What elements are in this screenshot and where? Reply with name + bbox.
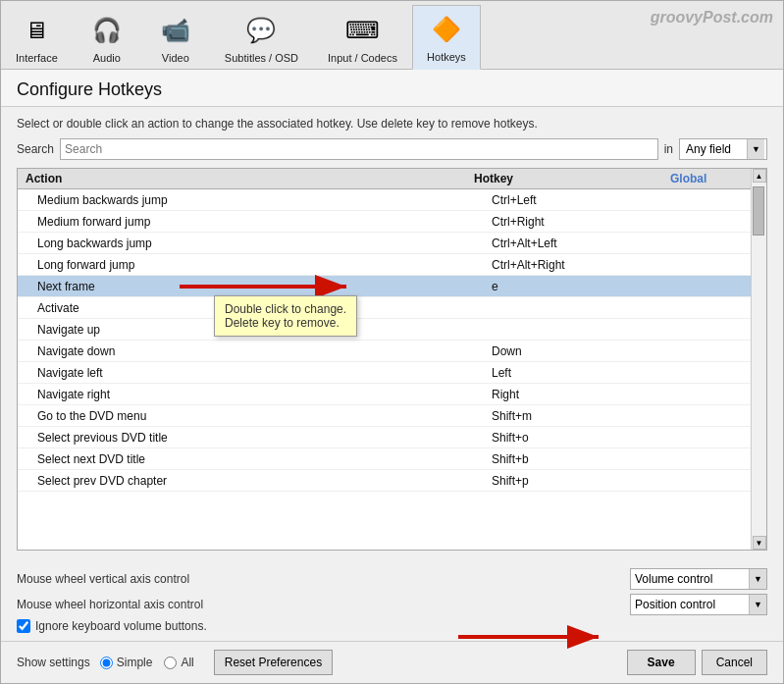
- col-global-header: Global: [670, 172, 749, 185]
- table-row[interactable]: Navigate up: [18, 319, 766, 341]
- mouse-horizontal-row: Mouse wheel horizontal axis control Posi…: [17, 594, 767, 615]
- chevron-down-icon: ▼: [749, 595, 766, 614]
- row-hotkey: Shift+m: [492, 409, 688, 423]
- field-dropdown-value: Any field: [682, 142, 747, 156]
- row-hotkey: Ctrl+Alt+Left: [492, 237, 688, 250]
- radio-all[interactable]: All: [164, 656, 193, 669]
- search-label: Search: [17, 142, 54, 156]
- tooltip-line2: Delete key to remove.: [225, 316, 346, 330]
- footer: Show settings Simple All Reset Preferenc…: [1, 641, 783, 683]
- row-action: Select next DVD title: [18, 452, 492, 466]
- input-icon: ⌨: [342, 11, 382, 50]
- scrollbar[interactable]: ▲ ▼: [751, 169, 766, 550]
- row-hotkey: Shift+p: [492, 474, 688, 488]
- tab-interface[interactable]: 🖥 Interface: [1, 6, 73, 70]
- in-label: in: [664, 142, 673, 156]
- table-body: Medium backwards jump Ctrl+Left Medium f…: [18, 189, 766, 545]
- chevron-down-icon: ▼: [747, 139, 764, 159]
- table-row[interactable]: Long forward jump Ctrl+Alt+Right: [18, 254, 766, 276]
- row-hotkey: e: [492, 280, 688, 293]
- mouse-horizontal-value: Position control: [631, 598, 749, 611]
- row-action: Long forward jump: [18, 258, 492, 272]
- main-window: 🖥 Interface 🎧 Audio 📹 Video 💬 Subtitles …: [0, 0, 784, 684]
- table-row[interactable]: Select previous DVD title Shift+o: [18, 427, 766, 448]
- save-button[interactable]: Save: [627, 650, 696, 675]
- table-row[interactable]: Medium forward jump Ctrl+Right: [18, 211, 766, 233]
- col-action-header: Action: [18, 172, 474, 185]
- description-text: Select or double click an action to chan…: [17, 117, 767, 131]
- row-action: Medium forward jump: [18, 215, 492, 229]
- hotkeys-icon: 🔶: [427, 10, 466, 49]
- cancel-button[interactable]: Cancel: [702, 650, 767, 675]
- video-icon: 📹: [156, 11, 195, 50]
- tab-input[interactable]: ⌨ Input / Codecs: [313, 6, 412, 70]
- keyboard-volume-label: Ignore keyboard volume buttons.: [35, 619, 207, 633]
- row-hotkey: Ctrl+Left: [492, 193, 688, 207]
- scroll-up-button[interactable]: ▲: [753, 169, 766, 183]
- tooltip-line1: Double click to change.: [225, 302, 346, 316]
- table-row[interactable]: Navigate down Down: [18, 341, 766, 362]
- row-hotkey: Ctrl+Alt+Right: [492, 258, 688, 272]
- tab-interface-label: Interface: [16, 52, 58, 64]
- hotkeys-table: Action Hotkey Global Medium backwards ju…: [17, 168, 767, 551]
- tab-hotkeys-label: Hotkeys: [427, 51, 466, 63]
- keyboard-volume-row: Ignore keyboard volume buttons.: [17, 619, 767, 633]
- mouse-vertical-label: Mouse wheel vertical axis control: [17, 572, 630, 586]
- tooltip: Double click to change. Delete key to re…: [214, 295, 357, 337]
- radio-simple[interactable]: Simple: [100, 656, 153, 669]
- mouse-horizontal-label: Mouse wheel horizontal axis control: [17, 598, 630, 611]
- radio-simple-input[interactable]: [100, 657, 113, 669]
- tab-video-label: Video: [162, 52, 189, 64]
- audio-icon: 🎧: [87, 11, 127, 50]
- mouse-vertical-value: Volume control: [631, 572, 749, 586]
- table-row[interactable]: Activate: [18, 297, 766, 319]
- search-row: Search in Any field ▼: [17, 138, 767, 160]
- scroll-track: [753, 183, 766, 536]
- table-header: Action Hotkey Global: [18, 169, 766, 189]
- radio-all-label: All: [181, 656, 193, 669]
- reset-button[interactable]: Reset Preferences: [214, 650, 333, 675]
- table-row-selected[interactable]: Next frame e: [18, 276, 766, 297]
- row-action: Medium backwards jump: [18, 193, 492, 207]
- keyboard-volume-checkbox[interactable]: [17, 619, 30, 633]
- scroll-thumb[interactable]: [753, 186, 764, 236]
- row-action: Select previous DVD title: [18, 431, 492, 445]
- tab-subtitles-label: Subtitles / OSD: [225, 52, 298, 64]
- chevron-down-icon: ▼: [749, 569, 766, 589]
- scroll-down-button[interactable]: ▼: [753, 536, 766, 550]
- row-action: Go to the DVD menu: [18, 409, 492, 423]
- field-dropdown[interactable]: Any field ▼: [679, 138, 767, 160]
- tab-input-label: Input / Codecs: [328, 52, 397, 64]
- tab-subtitles[interactable]: 💬 Subtitles / OSD: [210, 6, 313, 70]
- tab-video[interactable]: 📹 Video: [141, 6, 210, 70]
- radio-all-input[interactable]: [164, 657, 177, 669]
- show-settings-label: Show settings: [17, 656, 90, 669]
- search-input[interactable]: [60, 138, 658, 160]
- mouse-vertical-dropdown[interactable]: Volume control ▼: [630, 568, 767, 590]
- mouse-vertical-row: Mouse wheel vertical axis control Volume…: [17, 568, 767, 590]
- table-row[interactable]: Navigate left Left: [18, 362, 766, 384]
- toolbar: 🖥 Interface 🎧 Audio 📹 Video 💬 Subtitles …: [1, 1, 783, 70]
- row-action: Navigate right: [18, 388, 492, 401]
- row-hotkey: Shift+b: [492, 452, 688, 466]
- footer-right: Save Cancel: [627, 650, 767, 675]
- table-row[interactable]: Select prev DVD chapter Shift+p: [18, 470, 766, 492]
- radio-group: Simple All: [100, 656, 194, 669]
- table-row[interactable]: Go to the DVD menu Shift+m: [18, 405, 766, 427]
- watermark: groovyPost.com: [651, 9, 773, 26]
- table-row[interactable]: Medium backwards jump Ctrl+Left: [18, 189, 766, 211]
- row-hotkey: Shift+o: [492, 431, 688, 445]
- table-row[interactable]: Long backwards jump Ctrl+Alt+Left: [18, 233, 766, 254]
- table-row[interactable]: Navigate right Right: [18, 384, 766, 405]
- tab-hotkeys[interactable]: 🔶 Hotkeys: [412, 5, 481, 70]
- show-settings-group: Show settings Simple All Reset Preferenc…: [17, 650, 333, 675]
- mouse-horizontal-dropdown[interactable]: Position control ▼: [630, 594, 767, 615]
- row-action: Navigate down: [18, 344, 492, 358]
- col-hotkey-header: Hotkey: [474, 172, 670, 185]
- tab-audio[interactable]: 🎧 Audio: [73, 6, 141, 70]
- row-action: Long backwards jump: [18, 237, 492, 250]
- tab-audio-label: Audio: [93, 52, 121, 64]
- bottom-controls: Mouse wheel vertical axis control Volume…: [1, 560, 783, 641]
- row-hotkey: Right: [492, 388, 688, 401]
- table-row[interactable]: Select next DVD title Shift+b: [18, 448, 766, 470]
